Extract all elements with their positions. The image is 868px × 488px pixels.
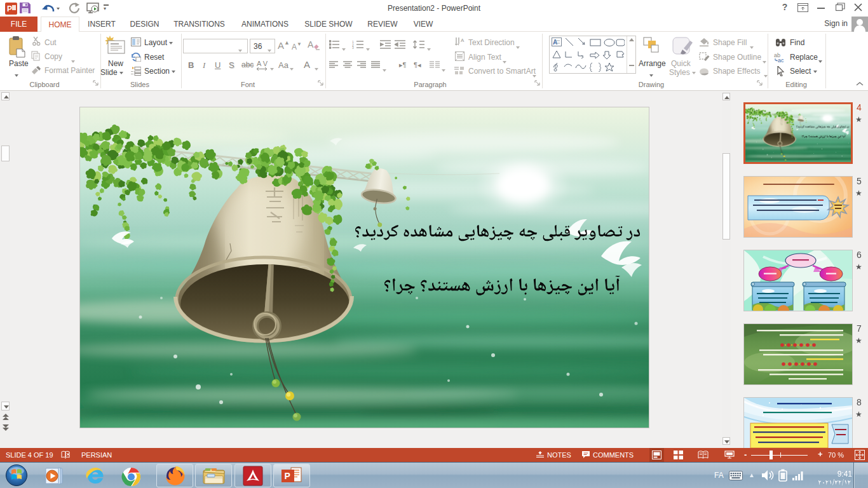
svg-text:3: 3: [352, 46, 354, 49]
svg-text:A: A: [308, 39, 314, 50]
svg-text:P: P: [285, 471, 290, 481]
svg-text:P: P: [7, 4, 12, 13]
svg-text:ac: ac: [778, 57, 784, 63]
svg-text:A: A: [553, 39, 557, 46]
svg-text:A: A: [461, 37, 465, 43]
